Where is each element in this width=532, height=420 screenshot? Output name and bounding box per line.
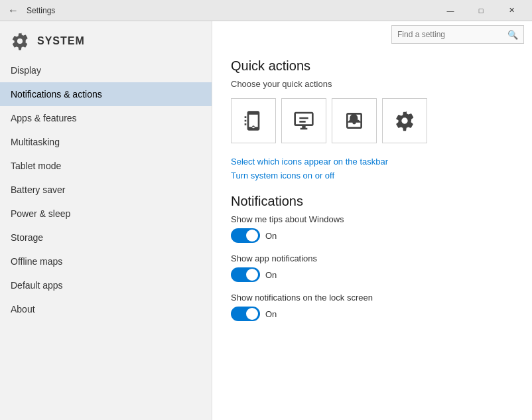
notifications-title: Notifications [231, 194, 513, 209]
quick-actions-row [231, 98, 513, 143]
toggle-knob-lock-screen [246, 308, 258, 320]
quick-action-tablet[interactable] [231, 98, 276, 143]
search-icon: 🔍 [507, 30, 518, 40]
title-bar: ← Settings — □ ✕ [0, 0, 532, 21]
notification-icon [344, 110, 365, 131]
quick-actions-subtitle: Choose your quick actions [231, 79, 513, 89]
quick-actions-title: Quick actions [231, 58, 513, 74]
toggle-row-app-notif: On [231, 267, 513, 282]
back-icon: ← [8, 5, 19, 17]
window-controls: — □ ✕ [435, 0, 527, 21]
sidebar-item-battery[interactable]: Battery saver [0, 178, 212, 202]
toggle-row-tips: On [231, 228, 513, 243]
nav-label-display: Display [11, 65, 41, 76]
nav-label-default-apps: Default apps [11, 280, 63, 291]
toggle-label-app-notif: Show app notifications [231, 253, 513, 263]
toggle-label-tips: Show me tips about Windows [231, 214, 513, 224]
back-button[interactable]: ← [5, 3, 21, 19]
tablet-connect-icon [243, 110, 264, 131]
sidebar-system-title: SYSTEM [37, 35, 85, 47]
search-input[interactable] [397, 30, 507, 39]
nav-label-apps: Apps & features [11, 113, 77, 123]
sidebar-item-apps[interactable]: Apps & features [0, 106, 212, 130]
settings-gear-icon [11, 32, 29, 50]
toggle-tips[interactable] [231, 228, 260, 243]
toggle-group-lock-screen: Show notifications on the lock screen On [231, 293, 513, 321]
toggle-lock-screen[interactable] [231, 307, 260, 321]
toggle-row-lock-screen: On [231, 307, 513, 321]
nav-label-multitasking: Multitasking [11, 137, 60, 147]
toggle-group-tips: Show me tips about Windows On [231, 214, 513, 243]
nav-label-notifications: Notifications & actions [11, 89, 102, 100]
main-container: SYSTEM Display Notifications & actions A… [0, 21, 532, 420]
nav-label-about: About [11, 304, 35, 315]
sidebar-item-storage[interactable]: Storage [0, 226, 212, 249]
settings-quick-icon [394, 110, 415, 131]
toggle-knob-tips [246, 230, 258, 242]
maximize-button[interactable]: □ [466, 0, 496, 21]
display-icon [293, 110, 314, 131]
nav-label-power: Power & sleep [11, 208, 70, 219]
taskbar-icons-link[interactable]: Select which icons appear on the taskbar [231, 157, 513, 167]
quick-action-settings[interactable] [382, 98, 427, 143]
toggle-knob-app-notif [246, 269, 258, 281]
title-bar-label: Settings [27, 6, 435, 15]
sidebar-item-tablet[interactable]: Tablet mode [0, 154, 212, 178]
toggle-group-app-notif: Show app notifications On [231, 253, 513, 282]
nav-label-offline: Offline maps [11, 256, 62, 267]
nav-label-battery: Battery saver [11, 184, 65, 195]
quick-action-display[interactable] [281, 98, 326, 143]
sidebar-item-default-apps[interactable]: Default apps [0, 273, 212, 297]
toggle-state-tips: On [265, 231, 277, 241]
search-box[interactable]: 🔍 [391, 25, 524, 44]
content-area: 🔍 Quick actions Choose your quick action… [212, 21, 532, 420]
nav-label-tablet: Tablet mode [11, 161, 61, 171]
toggle-state-lock-screen: On [265, 309, 277, 319]
sidebar-item-power[interactable]: Power & sleep [0, 202, 212, 226]
quick-action-notifications[interactable] [332, 98, 377, 143]
system-icons-link[interactable]: Turn system icons on or off [231, 171, 513, 180]
sidebar-item-display[interactable]: Display [0, 58, 212, 82]
sidebar-header: SYSTEM [0, 21, 212, 58]
sidebar: SYSTEM Display Notifications & actions A… [0, 21, 212, 420]
minimize-button[interactable]: — [435, 0, 466, 21]
notifications-section: Notifications Show me tips about Windows… [231, 194, 513, 321]
sidebar-item-multitasking[interactable]: Multitasking [0, 130, 212, 154]
toggle-label-lock-screen: Show notifications on the lock screen [231, 293, 513, 303]
quick-actions-section: Quick actions Choose your quick actions [231, 58, 513, 180]
sidebar-nav: Display Notifications & actions Apps & f… [0, 58, 212, 420]
content-header: 🔍 [383, 21, 532, 48]
toggle-app-notif[interactable] [231, 267, 260, 282]
sidebar-item-offline[interactable]: Offline maps [0, 249, 212, 273]
nav-label-storage: Storage [11, 232, 43, 243]
sidebar-item-about[interactable]: About [0, 297, 212, 321]
close-button[interactable]: ✕ [496, 0, 527, 21]
toggle-state-app-notif: On [265, 270, 277, 280]
sidebar-item-notifications[interactable]: Notifications & actions [0, 82, 212, 106]
